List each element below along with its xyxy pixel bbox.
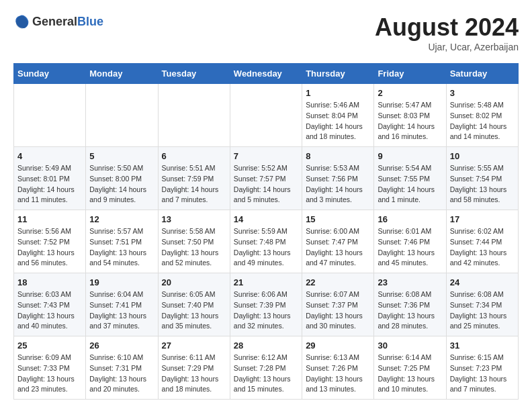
day-info: Sunrise: 5:52 AM Sunset: 7:57 PM Dayligh… bbox=[234, 163, 298, 205]
calendar-cell bbox=[14, 84, 86, 147]
day-info: Sunrise: 6:00 AM Sunset: 7:47 PM Dayligh… bbox=[306, 226, 370, 269]
logo-icon bbox=[13, 13, 30, 30]
day-number: 28 bbox=[234, 340, 298, 351]
day-number: 22 bbox=[306, 277, 370, 287]
calendar-cell: 21Sunrise: 6:06 AM Sunset: 7:39 PM Dayli… bbox=[230, 273, 302, 336]
calendar-cell: 2Sunrise: 5:47 AM Sunset: 8:03 PM Daylig… bbox=[374, 84, 446, 147]
day-info: Sunrise: 5:58 AM Sunset: 7:50 PM Dayligh… bbox=[162, 226, 226, 269]
day-number: 5 bbox=[89, 151, 154, 161]
day-info: Sunrise: 5:46 AM Sunset: 8:04 PM Dayligh… bbox=[306, 100, 370, 142]
week-row-1: 1Sunrise: 5:46 AM Sunset: 8:04 PM Daylig… bbox=[14, 84, 519, 147]
calendar-cell: 9Sunrise: 5:54 AM Sunset: 7:55 PM Daylig… bbox=[374, 147, 446, 210]
day-number: 9 bbox=[378, 151, 442, 161]
header-day-sunday: Sunday bbox=[14, 64, 86, 84]
calendar-cell: 12Sunrise: 5:57 AM Sunset: 7:51 PM Dayli… bbox=[86, 210, 158, 273]
day-number: 10 bbox=[450, 151, 515, 161]
calendar-cell: 13Sunrise: 5:58 AM Sunset: 7:50 PM Dayli… bbox=[158, 210, 230, 273]
day-info: Sunrise: 5:49 AM Sunset: 8:01 PM Dayligh… bbox=[17, 163, 82, 205]
calendar-cell: 19Sunrise: 6:04 AM Sunset: 7:41 PM Dayli… bbox=[86, 273, 158, 336]
calendar-cell: 16Sunrise: 6:01 AM Sunset: 7:46 PM Dayli… bbox=[374, 210, 446, 273]
day-number: 12 bbox=[89, 214, 154, 224]
day-number: 29 bbox=[306, 340, 370, 351]
day-info: Sunrise: 6:02 AM Sunset: 7:44 PM Dayligh… bbox=[450, 226, 515, 269]
day-info: Sunrise: 5:55 AM Sunset: 7:54 PM Dayligh… bbox=[450, 163, 515, 205]
calendar-cell: 5Sunrise: 5:50 AM Sunset: 8:00 PM Daylig… bbox=[86, 147, 158, 210]
calendar-cell: 18Sunrise: 6:03 AM Sunset: 7:43 PM Dayli… bbox=[14, 273, 86, 336]
day-info: Sunrise: 5:57 AM Sunset: 7:51 PM Dayligh… bbox=[89, 226, 154, 269]
day-info: Sunrise: 6:12 AM Sunset: 7:28 PM Dayligh… bbox=[234, 353, 298, 395]
calendar-cell: 17Sunrise: 6:02 AM Sunset: 7:44 PM Dayli… bbox=[446, 210, 518, 273]
day-number: 26 bbox=[89, 340, 154, 351]
day-number: 2 bbox=[378, 88, 442, 98]
day-number: 1 bbox=[306, 88, 370, 98]
calendar-cell: 8Sunrise: 5:53 AM Sunset: 7:56 PM Daylig… bbox=[302, 147, 374, 210]
logo-general: General bbox=[32, 15, 77, 28]
day-number: 18 bbox=[17, 277, 82, 287]
week-row-3: 11Sunrise: 5:56 AM Sunset: 7:52 PM Dayli… bbox=[14, 210, 519, 273]
day-info: Sunrise: 5:48 AM Sunset: 8:02 PM Dayligh… bbox=[450, 100, 515, 142]
week-row-2: 4Sunrise: 5:49 AM Sunset: 8:01 PM Daylig… bbox=[14, 147, 519, 210]
day-number: 19 bbox=[89, 277, 154, 287]
day-number: 30 bbox=[378, 340, 442, 351]
header: GeneralBlue August 2024 Ujar, Ucar, Azer… bbox=[13, 13, 519, 52]
logo-blue: Blue bbox=[77, 15, 103, 28]
calendar-cell: 29Sunrise: 6:13 AM Sunset: 7:26 PM Dayli… bbox=[302, 336, 374, 400]
day-number: 17 bbox=[450, 214, 515, 224]
day-info: Sunrise: 5:54 AM Sunset: 7:55 PM Dayligh… bbox=[378, 163, 442, 205]
day-number: 21 bbox=[234, 277, 298, 287]
day-info: Sunrise: 5:59 AM Sunset: 7:48 PM Dayligh… bbox=[234, 226, 298, 269]
day-info: Sunrise: 6:13 AM Sunset: 7:26 PM Dayligh… bbox=[306, 353, 370, 395]
day-info: Sunrise: 6:03 AM Sunset: 7:43 PM Dayligh… bbox=[17, 289, 82, 332]
calendar-table: SundayMondayTuesdayWednesdayThursdayFrid… bbox=[13, 63, 519, 400]
calendar-cell: 20Sunrise: 6:05 AM Sunset: 7:40 PM Dayli… bbox=[158, 273, 230, 336]
day-number: 24 bbox=[450, 277, 515, 287]
day-number: 7 bbox=[234, 151, 298, 161]
logo: GeneralBlue bbox=[13, 13, 103, 30]
calendar-cell bbox=[86, 84, 158, 147]
day-info: Sunrise: 6:08 AM Sunset: 7:36 PM Dayligh… bbox=[378, 289, 442, 332]
calendar-cell: 10Sunrise: 5:55 AM Sunset: 7:54 PM Dayli… bbox=[446, 147, 518, 210]
calendar-cell bbox=[158, 84, 230, 147]
day-info: Sunrise: 5:50 AM Sunset: 8:00 PM Dayligh… bbox=[89, 163, 154, 205]
calendar-cell: 3Sunrise: 5:48 AM Sunset: 8:02 PM Daylig… bbox=[446, 84, 518, 147]
day-number: 15 bbox=[306, 214, 370, 224]
day-number: 23 bbox=[378, 277, 442, 287]
calendar-cell bbox=[230, 84, 302, 147]
day-info: Sunrise: 5:51 AM Sunset: 7:59 PM Dayligh… bbox=[162, 163, 226, 205]
header-day-wednesday: Wednesday bbox=[230, 64, 302, 84]
day-info: Sunrise: 6:05 AM Sunset: 7:40 PM Dayligh… bbox=[162, 289, 226, 332]
calendar-cell: 31Sunrise: 6:15 AM Sunset: 7:23 PM Dayli… bbox=[446, 336, 518, 400]
day-info: Sunrise: 6:15 AM Sunset: 7:23 PM Dayligh… bbox=[450, 353, 515, 395]
calendar-cell: 24Sunrise: 6:08 AM Sunset: 7:34 PM Dayli… bbox=[446, 273, 518, 336]
calendar-header: SundayMondayTuesdayWednesdayThursdayFrid… bbox=[14, 64, 519, 84]
calendar-cell: 6Sunrise: 5:51 AM Sunset: 7:59 PM Daylig… bbox=[158, 147, 230, 210]
header-day-saturday: Saturday bbox=[446, 64, 518, 84]
day-number: 20 bbox=[162, 277, 226, 287]
calendar-cell: 7Sunrise: 5:52 AM Sunset: 7:57 PM Daylig… bbox=[230, 147, 302, 210]
day-number: 14 bbox=[234, 214, 298, 224]
day-number: 25 bbox=[17, 340, 82, 351]
day-info: Sunrise: 5:53 AM Sunset: 7:56 PM Dayligh… bbox=[306, 163, 370, 205]
header-day-thursday: Thursday bbox=[302, 64, 374, 84]
week-row-5: 25Sunrise: 6:09 AM Sunset: 7:33 PM Dayli… bbox=[14, 336, 519, 400]
day-info: Sunrise: 6:10 AM Sunset: 7:31 PM Dayligh… bbox=[89, 353, 154, 395]
header-day-friday: Friday bbox=[374, 64, 446, 84]
calendar-cell: 11Sunrise: 5:56 AM Sunset: 7:52 PM Dayli… bbox=[14, 210, 86, 273]
calendar-cell: 28Sunrise: 6:12 AM Sunset: 7:28 PM Dayli… bbox=[230, 336, 302, 400]
location: Ujar, Ucar, Azerbaijan bbox=[375, 42, 519, 52]
calendar-cell: 14Sunrise: 5:59 AM Sunset: 7:48 PM Dayli… bbox=[230, 210, 302, 273]
header-day-monday: Monday bbox=[86, 64, 158, 84]
day-info: Sunrise: 6:11 AM Sunset: 7:29 PM Dayligh… bbox=[162, 353, 226, 395]
calendar-body: 1Sunrise: 5:46 AM Sunset: 8:04 PM Daylig… bbox=[14, 84, 519, 400]
day-number: 11 bbox=[17, 214, 82, 224]
calendar-cell: 22Sunrise: 6:07 AM Sunset: 7:37 PM Dayli… bbox=[302, 273, 374, 336]
day-info: Sunrise: 5:56 AM Sunset: 7:52 PM Dayligh… bbox=[17, 226, 82, 269]
calendar-cell: 27Sunrise: 6:11 AM Sunset: 7:29 PM Dayli… bbox=[158, 336, 230, 400]
day-number: 8 bbox=[306, 151, 370, 161]
day-number: 16 bbox=[378, 214, 442, 224]
day-info: Sunrise: 5:47 AM Sunset: 8:03 PM Dayligh… bbox=[378, 100, 442, 142]
calendar-cell: 25Sunrise: 6:09 AM Sunset: 7:33 PM Dayli… bbox=[14, 336, 86, 400]
day-info: Sunrise: 6:09 AM Sunset: 7:33 PM Dayligh… bbox=[17, 353, 82, 395]
day-number: 13 bbox=[162, 214, 226, 224]
month-year: August 2024 bbox=[375, 13, 519, 42]
